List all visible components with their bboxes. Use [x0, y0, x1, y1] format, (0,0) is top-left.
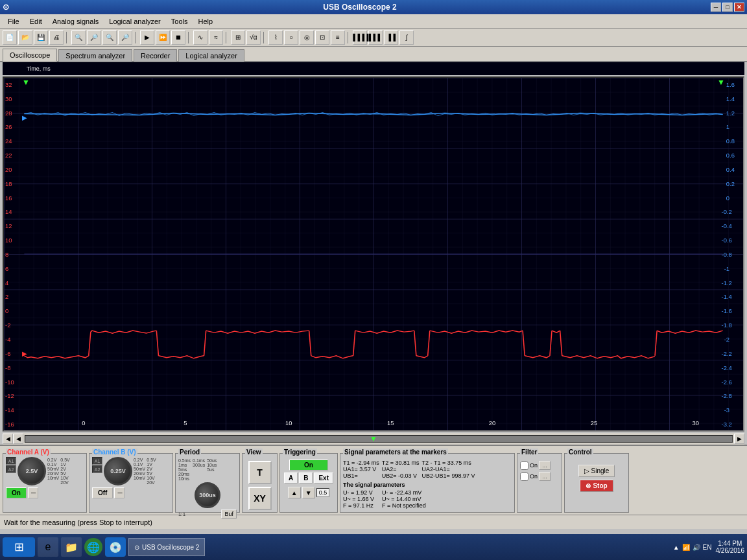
svg-text:-2: -2 [5, 322, 10, 329]
tb-zoom-in[interactable]: 🔍 [71, 30, 86, 45]
taskbar-folder-icon[interactable]: 📁 [61, 537, 82, 557]
trig-on-button[interactable]: On [289, 460, 328, 471]
menu-logical[interactable]: Logical analyzer [104, 16, 166, 27]
close-button[interactable]: ✕ [734, 3, 744, 12]
svg-text:-12: -12 [5, 393, 14, 400]
menu-analog[interactable]: Analog signals [47, 16, 104, 27]
menu-edit[interactable]: Edit [25, 16, 47, 27]
svg-text:10: 10 [5, 237, 12, 244]
marker-ch-b[interactable]: ▶ [22, 114, 27, 121]
tray-network: 📶 [682, 544, 690, 551]
tb-print[interactable]: 🖨 [49, 30, 64, 45]
ch-b-knob[interactable]: 0.25V [104, 457, 132, 485]
tb-wave[interactable]: ∿ [193, 30, 208, 45]
stop-button[interactable]: ⊗ Stop [580, 480, 613, 492]
svg-text:-14: -14 [5, 407, 14, 414]
stop-label: Stop [593, 482, 607, 489]
tb-math[interactable]: √α [246, 30, 261, 45]
tab-recorder[interactable]: Recorder [134, 49, 177, 62]
ub1-label: UB1= [343, 472, 358, 479]
scroll-right[interactable]: ▶ [734, 434, 744, 444]
taskbar-ie-icon[interactable]: e [38, 537, 58, 557]
tb-logic2[interactable]: ▌▌▌ [368, 30, 383, 45]
marker-top-left[interactable]: ▼ [22, 78, 30, 87]
tb-param[interactable]: ≡ [331, 30, 345, 45]
ch-a-knob[interactable]: 2.5V [18, 457, 46, 485]
trig-a-button[interactable]: A [284, 472, 298, 484]
scroll-left2[interactable]: ◀ [13, 434, 23, 444]
ch-a-minus-button[interactable]: ─ [28, 487, 38, 498]
taskbar-app-active[interactable]: ⊙ USB Oscilloscope 2 [128, 538, 205, 556]
tb-zoom2[interactable]: 🔍 [102, 30, 117, 45]
trig-up-button[interactable]: ▲ [288, 487, 301, 498]
menu-help[interactable]: Help [193, 16, 218, 27]
center-down-arrow[interactable]: ▼ [370, 434, 377, 443]
view-t-button[interactable]: T [248, 461, 272, 484]
oscilloscope-display[interactable]: ▼ ▼ ▶ ▶ [3, 76, 744, 432]
t2-value: 30.81 ms [396, 460, 420, 466]
tb-ref[interactable]: ○ [284, 30, 298, 45]
period-buf-button[interactable]: Buf [221, 509, 237, 519]
menu-file[interactable]: File [3, 16, 25, 27]
scroll-track[interactable] [25, 435, 733, 443]
marker-top-right[interactable]: ▼ [717, 78, 725, 87]
svg-text:1.4: 1.4 [726, 96, 735, 102]
menu-tools[interactable]: Tools [166, 16, 193, 27]
view-xy-button[interactable]: XY [248, 487, 272, 510]
svg-text:-2.6: -2.6 [722, 379, 732, 386]
filter-ch-a-btn[interactable]: … [539, 461, 551, 470]
ch-b-off-button[interactable]: Off [92, 487, 113, 498]
tab-logical[interactable]: Logical analyzer [178, 49, 244, 62]
trig-ext-button[interactable]: Ext [314, 472, 333, 484]
ch-b-minus-button[interactable]: ─ [114, 487, 124, 498]
tb-stop2[interactable]: ⏹ [171, 30, 185, 45]
tb-save[interactable]: 💾 [34, 30, 48, 45]
svg-text:14: 14 [5, 209, 12, 216]
tb-play[interactable]: ▶ [140, 30, 154, 45]
tb-measure[interactable]: ⊞ [231, 30, 245, 45]
filter-title: Filter [520, 449, 538, 456]
tb-cal[interactable]: ◎ [300, 30, 314, 45]
tb-zoom-out[interactable]: 🔎 [87, 30, 101, 45]
maximize-button[interactable]: □ [722, 3, 733, 12]
tb-wave2[interactable]: ≈ [209, 30, 223, 45]
filter-ch-a-checkbox[interactable] [520, 461, 528, 470]
tab-spectrum[interactable]: Spectrum analyzer [58, 49, 132, 62]
svg-text:0.2: 0.2 [726, 181, 735, 187]
ch-a-on-button[interactable]: On [6, 487, 27, 498]
status-message: Wait for the measuring (press Stop to in… [4, 519, 152, 526]
control-title: Control [567, 449, 593, 456]
trig-b-button[interactable]: B [299, 472, 313, 484]
tab-oscilloscope[interactable]: Oscilloscope [3, 49, 57, 62]
tb-logic4[interactable]: ∫ [399, 30, 414, 45]
filter-ch-b-checkbox[interactable] [520, 472, 528, 481]
svg-text:20: 20 [489, 420, 495, 426]
taskbar-browser-icon[interactable]: 🌐 [84, 538, 102, 556]
taskbar: ⊞ e 📁 🌐 💿 ⊙ USB Oscilloscope 2 ▲ 📶 🔊 EN … [0, 534, 747, 560]
taskbar-app-icon[interactable]: 💿 [105, 537, 126, 557]
tb-zoom3[interactable]: 🔎 [118, 30, 132, 45]
tb-new[interactable]: 📄 [3, 30, 17, 45]
scrollbar-area: ◀ ◀ ▶ ▼ [3, 433, 744, 445]
tb-logic3[interactable]: ▐▐ [384, 30, 398, 45]
tb-disp[interactable]: ⊡ [315, 30, 329, 45]
filter-ch-b-btn[interactable]: … [539, 472, 551, 481]
single-button[interactable]: ▷ Single [578, 465, 615, 477]
channel-b-title: Channel B (V) [92, 449, 137, 456]
marker-ch-a[interactable]: ▶ [22, 350, 27, 357]
clock-display[interactable]: 1:44 PM 4/26/2016 [716, 540, 745, 554]
tray-arrow[interactable]: ▲ [673, 544, 680, 551]
tb-sep5 [263, 32, 266, 43]
tb-sep2 [135, 32, 137, 43]
start-button[interactable]: ⊞ [3, 537, 35, 557]
scroll-left[interactable]: ◀ [3, 434, 13, 444]
tb-open[interactable]: 📂 [18, 30, 32, 45]
tb-fwd[interactable]: ⏩ [156, 30, 170, 45]
tb-logic1[interactable]: ▐▐▐▐ [353, 30, 367, 45]
minimize-button[interactable]: ─ [711, 3, 721, 12]
svg-text:18: 18 [5, 181, 12, 187]
svg-text:-8: -8 [5, 365, 10, 371]
tb-probe[interactable]: ⌇ [268, 30, 283, 45]
period-knob[interactable]: 300us [195, 482, 220, 508]
trig-down-button[interactable]: ▼ [302, 487, 315, 498]
